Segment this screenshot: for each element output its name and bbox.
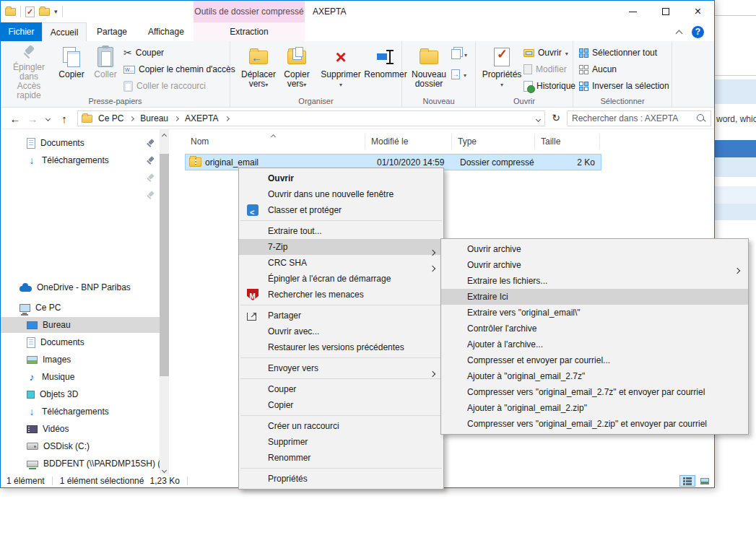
paste-button[interactable]: Coller bbox=[90, 44, 121, 93]
breadcrumb-axepta[interactable]: AXEPTA bbox=[179, 111, 224, 126]
menu-item-restaurer-versions[interactable]: Restaurer les versions précédentes bbox=[239, 339, 443, 355]
menu-item-rechercher-menaces[interactable]: Rechercher les menaces bbox=[239, 287, 443, 303]
explorer-icon[interactable] bbox=[5, 8, 16, 16]
menu-item-creer-raccourci[interactable]: Créer un raccourci bbox=[239, 418, 443, 434]
menu-item-copier[interactable]: Copier bbox=[239, 397, 443, 413]
submenu-item-ouvrir-archive-avec[interactable]: Ouvrir archive bbox=[441, 257, 748, 273]
column-header-taille[interactable]: Taille bbox=[535, 134, 600, 149]
sidebar-item-documents-quick[interactable]: Documents bbox=[1, 135, 160, 151]
sidebar-item-osdisk[interactable]: OSDisk (C:) bbox=[1, 438, 160, 454]
address-bar[interactable]: Ce PC Bureau AXEPTA bbox=[77, 110, 545, 126]
scroll-up-icon[interactable] bbox=[160, 129, 169, 140]
tab-fichier[interactable]: Fichier bbox=[1, 22, 42, 41]
sidebar-item-musique[interactable]: ♪ Musique bbox=[1, 369, 160, 385]
new-folder-button[interactable]: Nouveau dossier bbox=[408, 44, 450, 93]
menu-item-envoyer-vers[interactable]: Envoyer vers bbox=[239, 360, 443, 376]
menu-item-renommer[interactable]: Renommer bbox=[239, 450, 443, 466]
submenu-item-compresser-envoyer[interactable]: Compresser et envoyer par courriel... bbox=[441, 352, 748, 368]
sidebar-item-documents[interactable]: Documents bbox=[1, 334, 160, 350]
edit-button[interactable]: Modifier bbox=[523, 62, 575, 77]
submenu-item-extraire-ici[interactable]: Extraire Ici bbox=[441, 289, 748, 305]
move-to-button[interactable]: ← Déplacer vers bbox=[239, 44, 278, 93]
collapse-ribbon-icon[interactable] bbox=[676, 30, 683, 38]
menu-item-proprietes[interactable]: Propriétés bbox=[239, 471, 443, 487]
menu-item-ouvrir-nouvelle-fenetre[interactable]: Ouvrir dans une nouvelle fenêtre bbox=[239, 186, 443, 202]
menu-item-partager[interactable]: Partager bbox=[239, 308, 443, 323]
sidebar-item-telechargements[interactable]: ↓ Téléchargements bbox=[1, 404, 160, 420]
sort-ascending-icon[interactable] bbox=[271, 131, 275, 141]
thumbnails-view-button[interactable] bbox=[697, 475, 713, 487]
menu-item-crc-sha[interactable]: CRC SHA bbox=[239, 255, 443, 271]
history-button[interactable]: Historique bbox=[523, 79, 575, 93]
new-item-button[interactable] bbox=[451, 47, 467, 61]
rename-button[interactable]: Renommer bbox=[363, 44, 408, 93]
menu-item-epingler-ecran-demarrage[interactable]: Épingler à l'écran de démarrage bbox=[239, 271, 443, 287]
cut-button[interactable]: ✂ Couper bbox=[123, 45, 235, 60]
properties-quick-icon[interactable] bbox=[25, 6, 35, 17]
menu-item-extraire-tout[interactable]: Extraire tout... bbox=[239, 223, 443, 239]
sidebar-scrollbar[interactable] bbox=[160, 129, 169, 476]
sidebar-item-ce-pc[interactable]: Ce PC bbox=[1, 300, 160, 316]
submenu-item-ajouter-archive[interactable]: Ajouter à l'archive... bbox=[441, 336, 748, 352]
close-button[interactable]: × bbox=[682, 1, 714, 22]
select-all-button[interactable]: Sélectionner tout bbox=[579, 45, 669, 60]
pin-quick-access-button[interactable]: Épingler dans Accès rapide bbox=[5, 44, 53, 93]
column-header-modifie-le[interactable]: Modifié le bbox=[365, 134, 452, 149]
maximize-button[interactable] bbox=[649, 1, 682, 22]
menu-item-supprimer[interactable]: Supprimer bbox=[239, 434, 443, 450]
refresh-icon[interactable]: ↻ bbox=[548, 110, 564, 126]
submenu-item-ajouter-zip[interactable]: Ajouter à "original_email_2.zip" bbox=[441, 400, 748, 416]
minimize-button[interactable] bbox=[617, 1, 649, 22]
copy-to-button[interactable]: Copier vers bbox=[279, 44, 314, 93]
easy-access-button[interactable] bbox=[451, 67, 467, 82]
search-icon[interactable] bbox=[696, 113, 706, 123]
paste-shortcut-button[interactable]: Coller le raccourci bbox=[123, 79, 235, 93]
submenu-item-controler-archive[interactable]: Contrôler l'archive bbox=[441, 321, 748, 336]
select-none-button[interactable]: Aucun bbox=[579, 62, 669, 77]
breadcrumb-bureau[interactable]: Bureau bbox=[134, 111, 174, 126]
help-icon[interactable]: ? bbox=[692, 26, 704, 38]
pinned-ghost-row[interactable] bbox=[1, 170, 160, 186]
pinned-ghost-row[interactable] bbox=[1, 187, 160, 203]
submenu-item-extraire-vers[interactable]: Extraire vers "original_email\" bbox=[441, 305, 748, 321]
scrollbar-thumb[interactable] bbox=[160, 154, 169, 376]
copy-path-button[interactable]: W... Copier le chemin d'accès bbox=[123, 62, 235, 77]
delete-button[interactable]: × Supprimer bbox=[320, 44, 362, 93]
sidebar-item-bureau[interactable]: Bureau bbox=[1, 317, 160, 333]
submenu-item-compresser-7z-envoyer[interactable]: Compresser vers "original_email_2.7z" et… bbox=[441, 384, 748, 400]
address-dropdown-caret-icon[interactable] bbox=[536, 113, 540, 123]
recent-locations-caret-icon[interactable] bbox=[41, 108, 54, 129]
menu-item-ouvrir-avec[interactable]: Ouvrir avec... bbox=[239, 323, 443, 339]
sidebar-item-bddfent[interactable]: BDDFENT (\\PARDMP15SH) (S:) bbox=[1, 456, 160, 472]
invert-selection-button[interactable]: Inverser la sélection bbox=[579, 79, 669, 93]
back-button[interactable]: ← bbox=[6, 108, 24, 129]
breadcrumb-separator-icon[interactable] bbox=[174, 116, 179, 121]
new-folder-quick-icon[interactable] bbox=[39, 8, 50, 16]
tab-extraction[interactable]: Extraction bbox=[194, 22, 305, 41]
menu-item-classer-et-proteger[interactable]: Classer et protéger bbox=[239, 202, 443, 218]
up-button[interactable]: ↑ bbox=[56, 108, 73, 129]
submenu-item-ajouter-7z[interactable]: Ajouter à "original_email_2.7z" bbox=[441, 368, 748, 384]
customize-toolbar-caret-icon[interactable]: ▾ bbox=[54, 8, 58, 15]
column-header-type[interactable]: Type bbox=[452, 134, 535, 149]
copy-button[interactable]: Copier bbox=[54, 44, 89, 93]
open-button[interactable]: Ouvrir bbox=[523, 45, 575, 60]
breadcrumb-separator-icon[interactable] bbox=[224, 116, 229, 121]
submenu-item-compresser-zip-envoyer[interactable]: Compresser vers "original_email_2.zip" e… bbox=[441, 416, 748, 432]
sidebar-item-telechargements-quick[interactable]: ↓ Téléchargements bbox=[1, 152, 160, 168]
sidebar-item-onedrive[interactable]: OneDrive - BNP Paribas bbox=[1, 279, 160, 295]
menu-item-7zip[interactable]: 7-Zip bbox=[239, 239, 443, 255]
tab-accueil[interactable]: Accueil bbox=[42, 22, 87, 41]
properties-button[interactable]: Propriétés bbox=[482, 44, 522, 93]
details-view-button[interactable] bbox=[679, 475, 695, 487]
menu-item-ouvrir[interactable]: Ouvrir bbox=[239, 170, 443, 186]
breadcrumb-ce-pc[interactable]: Ce PC bbox=[92, 111, 129, 126]
submenu-item-extraire-les-fichiers[interactable]: Extraire les fichiers... bbox=[441, 273, 748, 289]
sidebar-item-objets-3d[interactable]: Objets 3D bbox=[1, 386, 160, 402]
search-input[interactable] bbox=[568, 113, 696, 123]
search-box[interactable] bbox=[567, 110, 711, 126]
submenu-item-ouvrir-archive[interactable]: Ouvrir archive bbox=[441, 241, 748, 257]
breadcrumb-separator-icon[interactable] bbox=[129, 116, 134, 121]
tab-partage[interactable]: Partage bbox=[87, 22, 137, 41]
sidebar-item-images[interactable]: Images bbox=[1, 352, 160, 368]
